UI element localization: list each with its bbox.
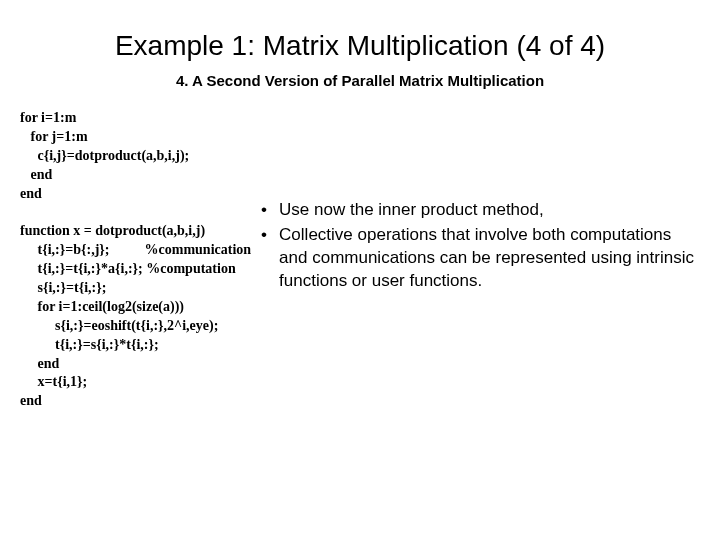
slide-subtitle: 4. A Second Version of Parallel Matrix M… [20,72,700,89]
code-line: t{i,:}=s{i,:}*t{i,:}; [20,337,159,352]
code-line: end [20,356,59,371]
bullet-item: • Use now the inner product method, [261,199,700,222]
bullet-item: • Collective operations that involve bot… [261,224,700,293]
bullet-dot-icon: • [261,224,279,293]
bullet-text: Use now the inner product method, [279,199,544,222]
code-line: end [20,167,52,182]
code-block: for i=1:m for j=1:m c{i,j}=dotproduct(a,… [20,109,251,411]
code-line: c{i,j}=dotproduct(a,b,i,j); [20,148,189,163]
slide-title: Example 1: Matrix Multiplication (4 of 4… [20,30,700,62]
code-line: s{i,:}=t{i,:}; [20,280,106,295]
code-line: end [20,186,42,201]
code-line: function x = dotproduct(a,b,i,j) [20,223,205,238]
code-line: x=t{i,1}; [20,374,87,389]
bullet-dot-icon: • [261,199,279,222]
code-line: t{i,:}=t{i,:}*a{i,:}; %computation [20,261,236,276]
code-line: for i=1:ceil(log2(size(a))) [20,299,184,314]
code-line: t{i,:}=b{:,j}; %communication [20,242,251,257]
code-line: for i=1:m [20,110,76,125]
content-area: for i=1:m for j=1:m c{i,j}=dotproduct(a,… [20,109,700,411]
code-line: end [20,393,42,408]
code-line: for j=1:m [20,129,88,144]
bullet-list: • Use now the inner product method, • Co… [251,109,700,295]
bullet-text: Collective operations that involve both … [279,224,700,293]
code-line: s{i,:}=eoshift(t{i,:},2^i,eye); [20,318,218,333]
